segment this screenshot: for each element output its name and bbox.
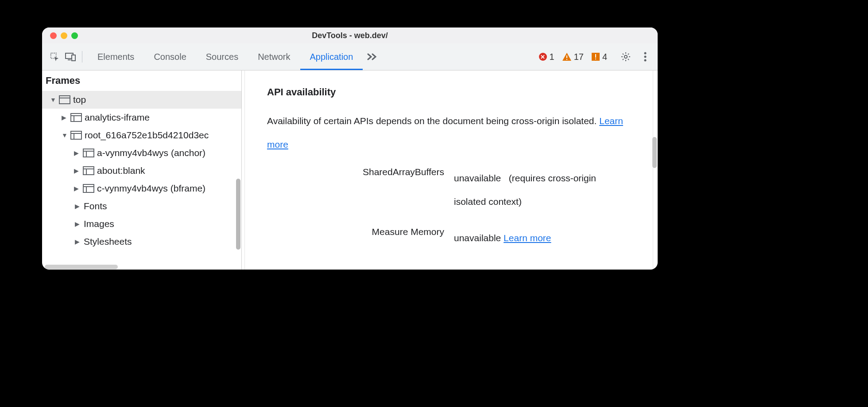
subframe-icon [83,149,94,157]
window-title: DevTools - web.dev/ [42,31,658,40]
chevron-right-icon: ▶ [75,238,81,245]
svg-rect-15 [71,113,81,121]
tree-item-label: Images [84,219,114,229]
svg-rect-21 [83,149,94,157]
frames-tree: ▼ top ▶ analytics-iframe ▼ [42,91,241,270]
warning-count[interactable]: 17 [562,52,584,62]
tree-item-label: Fonts [84,201,107,211]
svg-point-12 [644,59,647,62]
svg-rect-7 [595,54,596,58]
svg-rect-13 [59,96,70,104]
chevron-right-icon: ▶ [62,114,68,121]
main-panel-inner: API availability Availability of certain… [244,70,653,270]
tree-item-bframe[interactable]: ▶ c-vynmy4vb4wys (bframe) [42,180,241,197]
learn-more-link[interactable]: Learn more [504,233,551,243]
tree-item-label: c-vynmy4vb4wys (bframe) [97,183,205,194]
settings-icon[interactable] [620,51,632,63]
tree-item-label: top [73,94,86,105]
subframe-icon [83,166,94,175]
api-value: unavailable Learn more [454,227,631,250]
api-table: SharedArrayBuffers unavailable (requires… [267,167,631,250]
tree-item-about-blank[interactable]: ▶ about:blank [42,162,241,180]
api-value-text: unavailable [454,233,501,243]
sidebar-horizontal-scrollbar[interactable] [45,265,118,269]
tree-item-root[interactable]: ▼ root_616a752e1b5d4210d3ec [42,126,241,144]
api-label: Measure Memory [267,227,454,237]
svg-point-10 [644,52,647,55]
chevron-right-icon: ▶ [75,220,81,227]
api-label: SharedArrayBuffers [267,167,454,177]
chevron-right-icon: ▶ [75,203,81,210]
sidebar-vertical-scrollbar[interactable] [236,179,240,250]
api-value-text: unavailable [454,173,501,183]
tree-item-label: a-vynmy4vb4wys (anchor) [97,148,205,158]
more-options-icon[interactable] [639,51,651,63]
svg-rect-4 [566,55,567,58]
inspect-element-icon[interactable] [48,51,61,63]
error-icon: ✕ [539,53,547,61]
tab-application[interactable]: Application [300,43,363,70]
subframe-icon [70,131,82,140]
more-tabs-icon[interactable] [367,53,377,61]
tree-item-analytics[interactable]: ▶ analytics-iframe [42,109,241,126]
warning-count-value: 17 [574,52,584,62]
subframe-icon [70,113,82,122]
svg-rect-24 [83,167,94,175]
svg-rect-3 [72,55,75,61]
tree-item-anchor[interactable]: ▶ a-vynmy4vb4wys (anchor) [42,144,241,162]
tree-item-label: Stylesheets [84,236,132,247]
svg-rect-18 [71,131,81,139]
section-description: Availability of certain APIs depends on … [267,110,631,156]
sidebar-header: Frames [42,70,241,91]
toolbar-divider [82,51,82,63]
api-row-memory: Measure Memory unavailable Learn more [267,227,631,250]
tab-sources[interactable]: Sources [196,43,248,70]
tree-item-images[interactable]: ▶ Images [42,215,241,233]
tree-item-label: root_616a752e1b5d4210d3ec [85,130,209,141]
chevron-right-icon: ▶ [74,149,80,157]
issue-count-value: 4 [602,52,607,62]
error-count[interactable]: ✕ 1 [539,52,554,62]
issue-icon [592,53,600,61]
tree-item-stylesheets[interactable]: ▶ Stylesheets [42,233,241,250]
warning-icon [562,53,571,61]
tree-item-fonts[interactable]: ▶ Fonts [42,197,241,215]
devtools-toolbar: Elements Console Sources Network Applica… [42,43,658,70]
svg-rect-5 [566,59,567,60]
devtools-window: DevTools - web.dev/ Elements Console Sou… [42,27,658,270]
chevron-down-icon: ▼ [50,96,56,103]
svg-point-9 [624,55,627,58]
device-toolbar-icon[interactable] [64,51,77,63]
titlebar: DevTools - web.dev/ [42,27,658,43]
frame-icon [59,95,70,104]
api-row-sab: SharedArrayBuffers unavailable (requires… [267,167,631,213]
content-area: Frames ▼ top ▶ analytics-iframe [42,70,658,270]
svg-rect-27 [83,184,94,192]
tree-item-top[interactable]: ▼ top [42,91,241,109]
description-text: Availability of certain APIs depends on … [267,116,599,126]
tree-item-label: about:blank [97,165,145,176]
tab-network[interactable]: Network [248,43,300,70]
svg-point-11 [644,56,647,58]
chevron-right-icon: ▶ [74,167,80,174]
tree-item-label: analytics-iframe [85,112,150,123]
error-count-value: 1 [550,52,554,62]
chevron-right-icon: ▶ [74,185,80,192]
svg-rect-8 [595,59,596,59]
toolbar-right: ✕ 1 17 4 [539,51,654,63]
frames-sidebar: Frames ▼ top ▶ analytics-iframe [42,70,242,270]
main-panel: API availability Availability of certain… [242,70,658,270]
api-value: unavailable (requires cross-origin isola… [454,167,631,213]
tab-console[interactable]: Console [144,43,196,70]
main-vertical-scrollbar[interactable] [652,137,657,168]
issue-count[interactable]: 4 [592,52,607,62]
chevron-down-icon: ▼ [62,132,68,139]
subframe-icon [83,184,94,193]
panel-tabs: Elements Console Sources Network Applica… [88,43,377,70]
tab-elements[interactable]: Elements [88,43,144,70]
section-title: API availability [267,86,631,98]
